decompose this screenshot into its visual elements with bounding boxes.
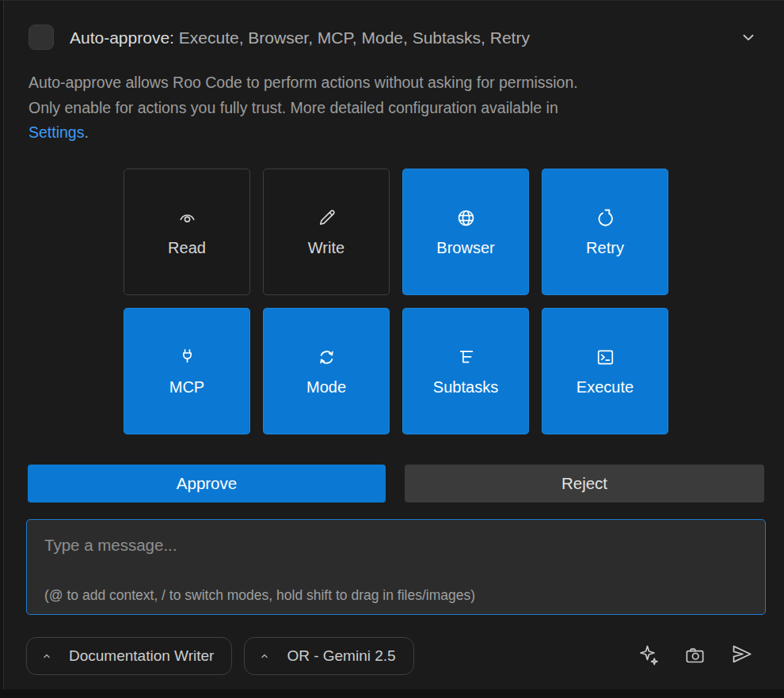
- toggle-subtasks[interactable]: Subtasks: [402, 308, 529, 434]
- enhance-prompt-button[interactable]: [635, 643, 660, 669]
- auto-approve-panel: Auto-approve: Execute, Browser, MCP, Mod…: [0, 0, 784, 698]
- settings-link[interactable]: Settings: [29, 123, 84, 141]
- send-button[interactable]: [729, 643, 754, 668]
- sparkle-icon: [636, 643, 660, 670]
- toggle-read[interactable]: Read: [124, 169, 250, 295]
- toggle-label: MCP: [169, 378, 204, 396]
- panel-left-edge: [0, 1, 4, 698]
- toggle-label: Read: [168, 239, 206, 257]
- screenshot-button[interactable]: [682, 644, 707, 670]
- auto-approve-toggle-grid: Read Write Browser: [124, 169, 668, 434]
- message-input[interactable]: [27, 520, 765, 614]
- chevron-up-icon: [40, 650, 53, 662]
- globe-icon: [455, 207, 477, 229]
- pencil-icon: [316, 207, 337, 229]
- sync-icon: [316, 347, 337, 368]
- description-line-1: Auto-approve allows Roo Code to perform …: [29, 70, 757, 96]
- toggle-write[interactable]: Write: [263, 169, 390, 295]
- toggle-retry[interactable]: Retry: [542, 169, 668, 295]
- reject-button[interactable]: Reject: [405, 465, 764, 503]
- auto-approve-checkbox[interactable]: [29, 25, 54, 50]
- toggle-label: Execute: [577, 378, 634, 396]
- approve-button[interactable]: Approve: [28, 465, 386, 503]
- toggle-label: Retry: [586, 239, 624, 257]
- toggle-label: Browser: [436, 239, 494, 257]
- terminal-icon: [595, 347, 616, 368]
- toggle-execute[interactable]: Execute: [542, 308, 668, 434]
- toggle-mode[interactable]: Mode: [263, 308, 390, 434]
- auto-approve-description: Auto-approve allows Roo Code to perform …: [29, 70, 757, 146]
- description-line-2: Only enable for actions you fully trust.…: [29, 96, 757, 121]
- mode-selector[interactable]: Documentation Writer: [26, 637, 232, 675]
- footer-selectors: Documentation Writer OR - Gemini 2.5: [26, 637, 414, 675]
- camera-icon: [683, 644, 706, 670]
- description-suffix: .: [84, 123, 88, 141]
- auto-approve-summary: Execute, Browser, MCP, Mode, Subtasks, R…: [179, 28, 530, 47]
- toggle-label: Write: [308, 239, 344, 257]
- auto-approve-label: Auto-approve:: [70, 28, 174, 47]
- chevron-up-icon: [258, 650, 271, 662]
- auto-approve-title: Auto-approve: Execute, Browser, MCP, Mod…: [70, 26, 530, 50]
- toggle-browser[interactable]: Browser: [402, 169, 529, 295]
- send-icon: [729, 642, 754, 669]
- model-selector[interactable]: OR - Gemini 2.5: [244, 637, 413, 675]
- message-composer: (@ to add context, / to switch modes, ho…: [26, 519, 766, 615]
- toggle-mcp[interactable]: MCP: [124, 308, 250, 434]
- panel-bottom-edge: [0, 689, 784, 698]
- mode-selector-label: Documentation Writer: [69, 647, 214, 665]
- list-tree-icon: [455, 347, 477, 368]
- model-selector-label: OR - Gemini 2.5: [287, 647, 395, 665]
- toggle-label: Subtasks: [433, 378, 498, 396]
- eye-icon: [177, 207, 198, 229]
- chevron-down-icon[interactable]: [736, 25, 760, 49]
- description-line-3: Settings.: [29, 120, 757, 146]
- toggle-label: Mode: [306, 378, 346, 396]
- plug-icon: [177, 347, 198, 368]
- refresh-icon: [595, 207, 616, 229]
